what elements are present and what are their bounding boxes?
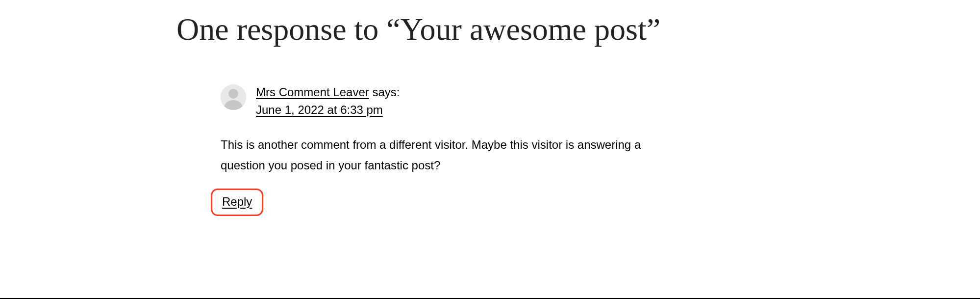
avatar-icon [221,84,246,110]
comment-meta: Mrs Comment Leaver says: June 1, 2022 at… [221,83,677,119]
comments-heading: One response to “Your awesome post” [176,10,667,49]
comment-author-link[interactable]: Mrs Comment Leaver [256,85,369,99]
reply-link[interactable]: Reply [222,195,252,208]
comment-item: Mrs Comment Leaver says: June 1, 2022 at… [176,83,677,216]
comment-body: This is another comment from a different… [221,135,677,176]
says-label: says: [369,85,400,99]
reply-highlight: Reply [211,189,263,216]
comment-timestamp-link[interactable]: June 1, 2022 at 6:33 pm [256,101,383,119]
avatar [221,84,246,110]
svg-point-1 [228,89,238,99]
comments-section: One response to “Your awesome post” Mrs … [0,0,686,216]
